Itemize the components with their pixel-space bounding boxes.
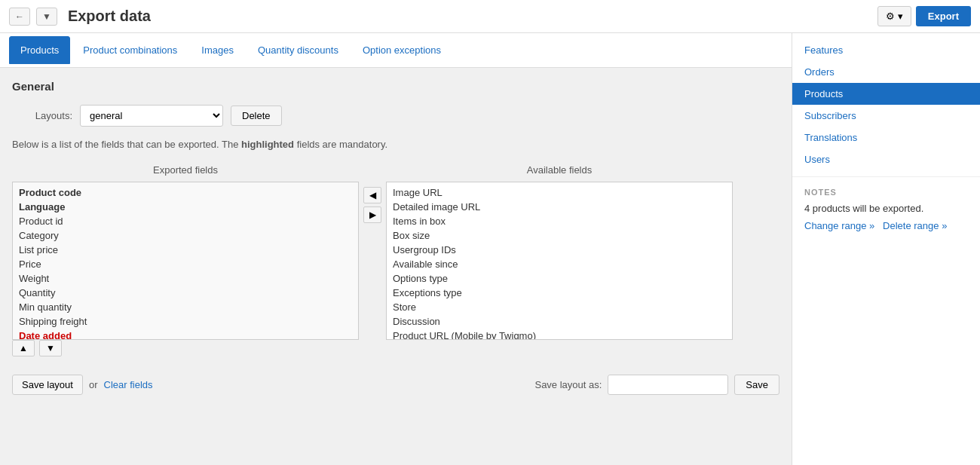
move-buttons: ▲ ▼ (12, 340, 779, 356)
list-item[interactable]: Shipping freight (13, 314, 358, 329)
list-item[interactable]: Image URL (387, 185, 732, 200)
list-item[interactable]: Items in box (387, 214, 732, 228)
tab-products[interactable]: Products (9, 36, 70, 64)
sidebar-item-orders[interactable]: Orders (792, 61, 980, 83)
transfer-buttons: ◀ ▶ (359, 187, 386, 223)
info-text: Below is a list of the fields that can b… (12, 137, 779, 152)
back-button[interactable]: ← (9, 8, 30, 26)
or-text: or (89, 379, 98, 390)
list-item[interactable]: Available since (387, 257, 732, 271)
exported-fields-list[interactable]: Product code Language Product id Categor… (12, 182, 359, 340)
list-item[interactable]: Quantity (13, 286, 358, 300)
section-title: General (12, 80, 779, 93)
sidebar-item-subscribers[interactable]: Subscribers (792, 105, 980, 127)
list-item[interactable]: Product URL (Mobile by Twigmo) (387, 329, 732, 340)
list-item[interactable]: Detailed image URL (387, 200, 732, 214)
change-range-link[interactable]: Change range » (804, 220, 874, 231)
move-right-button[interactable]: ▶ (363, 206, 381, 223)
move-up-button[interactable]: ▲ (12, 340, 35, 356)
notes-text: 4 products will be exported. (804, 203, 968, 214)
list-item[interactable]: Box size (387, 228, 732, 243)
list-item[interactable]: Product id (13, 214, 358, 228)
notes-title: NOTES (804, 188, 968, 197)
move-left-button[interactable]: ◀ (363, 187, 381, 203)
list-item[interactable]: Store (387, 300, 732, 314)
gear-icon: ⚙ (886, 11, 895, 22)
save-as-input[interactable] (608, 375, 728, 395)
list-item[interactable]: Discussion (387, 314, 732, 329)
list-item[interactable]: Options type (387, 271, 732, 286)
list-item[interactable]: Price (13, 257, 358, 271)
layouts-label: Layouts: (12, 110, 72, 121)
save-layout-button[interactable]: Save layout (12, 375, 83, 395)
available-fields-list[interactable]: Image URL Detailed image URL Items in bo… (386, 182, 733, 340)
available-fields-label: Available fields (386, 164, 733, 176)
exported-fields-label: Exported fields (12, 164, 359, 176)
list-item[interactable]: List price (13, 243, 358, 257)
tab-images[interactable]: Images (190, 36, 245, 64)
sidebar-item-translations[interactable]: Translations (792, 127, 980, 148)
list-item[interactable]: Language (13, 200, 358, 214)
gear-button[interactable]: ⚙ ▾ (877, 6, 911, 26)
move-down-button[interactable]: ▼ (39, 340, 62, 356)
tab-quantity-discounts[interactable]: Quantity discounts (247, 36, 350, 64)
page-title: Export data (68, 8, 151, 25)
list-item[interactable]: Usergroup IDs (387, 243, 732, 257)
notes-links: Change range » Delete range » (804, 220, 968, 231)
list-item[interactable]: Weight (13, 271, 358, 286)
sidebar-item-products[interactable]: Products (792, 83, 980, 105)
list-item[interactable]: Product code (13, 185, 358, 200)
layouts-select[interactable]: general (80, 105, 223, 127)
sidebar-notes: NOTES 4 products will be exported. Chang… (792, 176, 980, 242)
clear-fields-link[interactable]: Clear fields (104, 379, 153, 390)
list-item[interactable]: Exceptions type (387, 286, 732, 300)
delete-range-link[interactable]: Delete range » (883, 220, 947, 231)
sidebar-item-users[interactable]: Users (792, 148, 980, 170)
dropdown-button[interactable]: ▼ (36, 8, 57, 26)
list-item[interactable]: Min quantity (13, 300, 358, 314)
tab-bar: Products Product combinations Images Qua… (0, 33, 792, 68)
list-item[interactable]: Date added (13, 329, 358, 340)
save-button[interactable]: Save (734, 375, 779, 395)
tab-product-combinations[interactable]: Product combinations (72, 36, 188, 64)
tab-option-exceptions[interactable]: Option exceptions (351, 36, 452, 64)
export-button[interactable]: Export (916, 6, 971, 26)
save-as-label: Save layout as: (534, 379, 602, 390)
gear-dropdown-icon: ▾ (898, 11, 903, 22)
delete-button[interactable]: Delete (231, 106, 282, 126)
sidebar-item-features[interactable]: Features (792, 39, 980, 61)
list-item[interactable]: Category (13, 228, 358, 243)
sidebar: Features Orders Products Subscribers Tra… (792, 33, 980, 465)
